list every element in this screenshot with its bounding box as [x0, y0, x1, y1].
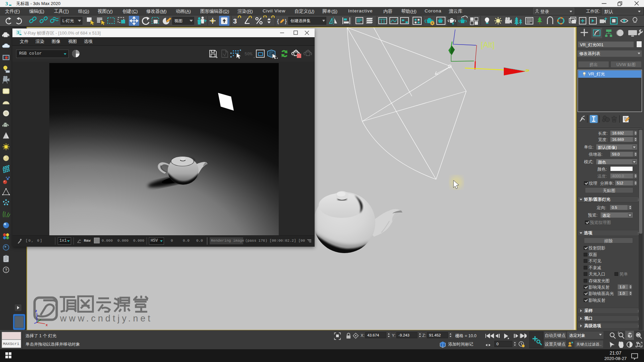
svg-text:创建选择集: 创建选择集: [290, 18, 311, 23]
svg-text:z: z: [35, 309, 37, 313]
svg-text:视图: 视图: [174, 18, 182, 23]
svg-text:3: 3: [17, 30, 19, 35]
svg-text:3: 3: [5, 1, 8, 6]
svg-text:[Alt]: [Alt]: [481, 40, 494, 49]
svg-text:x: x: [46, 323, 48, 327]
svg-text:{: {: [277, 18, 279, 24]
svg-text:3: 3: [233, 17, 237, 25]
svg-text:www.cndtjy.net: www.cndtjy.net: [60, 313, 153, 323]
svg-text:L-灯光: L-灯光: [62, 18, 74, 23]
svg-text:50%: 50%: [245, 52, 253, 57]
svg-text:?: ?: [5, 268, 7, 273]
svg-text:}: }: [285, 18, 287, 24]
